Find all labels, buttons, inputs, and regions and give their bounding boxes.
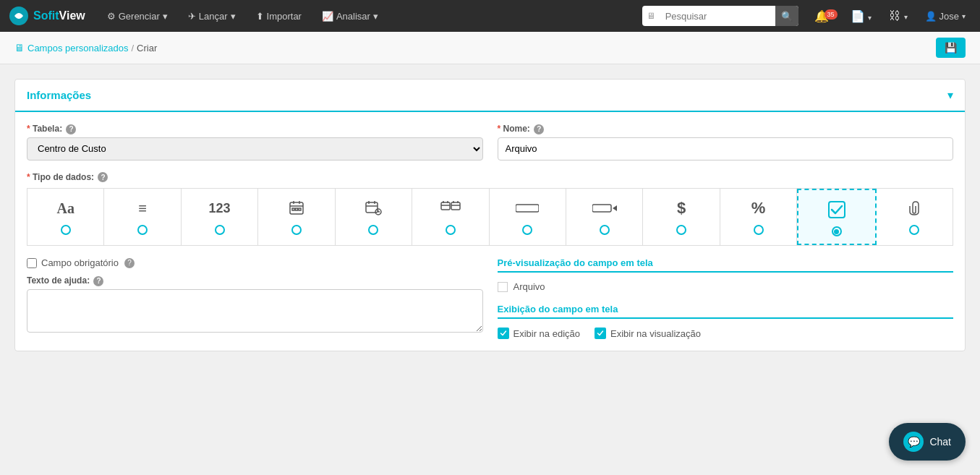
tabela-select[interactable]: Centro de Custo [27, 137, 483, 161]
campo-obrigatorio-row: Campo obrigatório ? [27, 257, 483, 268]
display-edicao-label: Exibir na edição [514, 328, 581, 339]
input-radio[interactable] [522, 225, 532, 235]
currency-radio[interactable] [676, 225, 686, 235]
document-icon: 📄 [851, 10, 865, 22]
display-option-edicao: Exibir na edição [498, 328, 581, 339]
breadcrumb-parent-link[interactable]: Campos personalizados [27, 43, 128, 54]
texto-ajuda-textarea[interactable] [27, 289, 483, 333]
right-section: Pré-visualização do campo em tela Arquiv… [498, 257, 954, 339]
svg-rect-19 [451, 202, 460, 210]
data-type-date[interactable] [258, 189, 335, 245]
chevron-down-icon: ▾ [962, 12, 966, 20]
chart-icon: 📈 [322, 11, 333, 22]
input-type-icon [516, 197, 539, 219]
number-radio[interactable] [215, 225, 225, 235]
tabela-group: * Tabela: ? Centro de Custo [27, 124, 483, 161]
data-type-multiline[interactable]: ≡ [104, 189, 181, 245]
display-edicao-checkbox[interactable] [498, 328, 509, 339]
attachment-radio[interactable] [909, 225, 919, 235]
tipo-dados-help-icon[interactable]: ? [98, 172, 108, 182]
breadcrumb: 🖥 Campos personalizados / Criar [14, 42, 157, 54]
texto-ajuda-help-icon[interactable]: ? [93, 276, 103, 286]
data-type-currency[interactable]: $ [643, 189, 720, 245]
data-type-daterange[interactable] [412, 189, 489, 245]
date-radio[interactable] [291, 225, 302, 235]
search-icon: 🖥 [642, 11, 660, 21]
brand: SofitView [9, 6, 85, 26]
data-type-attachment[interactable] [877, 189, 953, 245]
svg-rect-5 [292, 208, 294, 210]
svg-rect-6 [295, 208, 297, 210]
chevron-down-icon: ▾ [163, 11, 168, 22]
nome-group: * Nome: ? [498, 124, 954, 161]
campo-obrigatorio-checkbox[interactable] [27, 258, 37, 268]
data-type-number[interactable]: 123 [182, 189, 258, 245]
collapse-icon[interactable]: ▾ [947, 88, 953, 102]
preview-field: Arquivo [498, 281, 954, 292]
search-button[interactable]: 🔍 [775, 6, 798, 26]
search-box: 🖥 🔍 [642, 6, 798, 26]
daterange-radio[interactable] [446, 225, 456, 235]
navbar: SofitView ⚙ Gerenciar ▾ ✈ Lançar ▾ ⬆ Imp… [0, 0, 980, 32]
breadcrumb-current: Criar [137, 43, 157, 54]
chevron-down-icon: ▾ [904, 13, 908, 21]
data-type-checkbox[interactable] [797, 189, 876, 245]
currency-type-icon: $ [677, 197, 686, 219]
search-input[interactable] [660, 6, 775, 26]
nav-gerenciar[interactable]: ⚙ Gerenciar ▾ [100, 0, 175, 32]
brand-logo-icon [9, 6, 29, 26]
display-visualizacao-checkbox[interactable] [595, 328, 606, 339]
chevron-down-icon: ▾ [373, 11, 378, 22]
nome-label: * Nome: ? [498, 124, 954, 134]
document-button[interactable]: 📄 ▾ [845, 9, 877, 23]
checkbox-radio[interactable] [832, 226, 842, 236]
attachment-type-icon [907, 197, 921, 219]
breadcrumb-bar: 🖥 Campos personalizados / Criar 💾 [0, 32, 980, 64]
tipo-dados-section: * Tipo de dados: ? Aa ≡ [27, 172, 953, 247]
campo-obrigatorio-help-icon[interactable]: ? [124, 258, 135, 268]
campo-obrigatorio-label: Campo obrigatório [41, 257, 119, 268]
tabela-nome-row: * Tabela: ? Centro de Custo * Nome: ? [27, 124, 953, 161]
save-button[interactable]: 💾 [936, 38, 966, 58]
svg-marker-25 [613, 205, 617, 211]
svg-rect-7 [299, 208, 301, 210]
preview-field-label: Arquivo [514, 281, 545, 292]
svg-rect-24 [592, 205, 611, 212]
texto-ajuda-label: Texto de ajuda: ? [27, 275, 483, 286]
data-type-percent[interactable]: % [720, 189, 797, 245]
nav-analisar[interactable]: 📈 Analisar ▾ [315, 0, 385, 32]
network-icon: ⛓ [889, 9, 900, 22]
data-types-grid: Aa ≡ 123 [27, 188, 953, 246]
preview-title: Pré-visualização do campo em tela [498, 257, 954, 273]
nome-help-icon[interactable]: ? [534, 124, 544, 134]
user-menu[interactable]: 👤 Jose ▾ [919, 11, 971, 22]
card-body: * Tabela: ? Centro de Custo * Nome: ? [15, 112, 965, 351]
display-visualizacao-label: Exibir na visualização [610, 328, 701, 339]
percent-radio[interactable] [754, 225, 764, 235]
input2-radio[interactable] [600, 225, 610, 235]
daterange-type-icon [440, 197, 461, 219]
datetime-type-icon [365, 197, 382, 219]
tabela-help-icon[interactable]: ? [66, 124, 76, 134]
text-radio[interactable] [61, 225, 71, 235]
text-type-icon: Aa [56, 197, 74, 219]
connections-button[interactable]: ⛓ ▾ [883, 9, 913, 22]
user-icon: 👤 [925, 11, 937, 22]
preview-checkbox [498, 282, 508, 292]
bottom-row: Campo obrigatório ? Texto de ajuda: ? Pr… [27, 257, 953, 339]
left-section: Campo obrigatório ? Texto de ajuda: ? [27, 257, 483, 339]
nav-importar[interactable]: ⬆ Importar [249, 0, 309, 32]
notifications-button[interactable]: 🔔 35 [804, 9, 839, 23]
nav-lancar[interactable]: ✈ Lançar ▾ [181, 0, 243, 32]
date-type-icon [288, 197, 305, 219]
data-type-datetime[interactable] [336, 189, 412, 245]
multiline-radio[interactable] [137, 225, 148, 235]
datetime-radio[interactable] [368, 225, 378, 235]
nome-input[interactable] [498, 137, 954, 161]
data-type-text[interactable]: Aa [27, 189, 104, 245]
screen-icon: 🖥 [14, 42, 25, 54]
data-type-input[interactable] [490, 189, 566, 245]
card-title: Informações [27, 89, 91, 101]
data-type-input2[interactable] [566, 189, 643, 245]
multiline-type-icon: ≡ [138, 197, 147, 219]
